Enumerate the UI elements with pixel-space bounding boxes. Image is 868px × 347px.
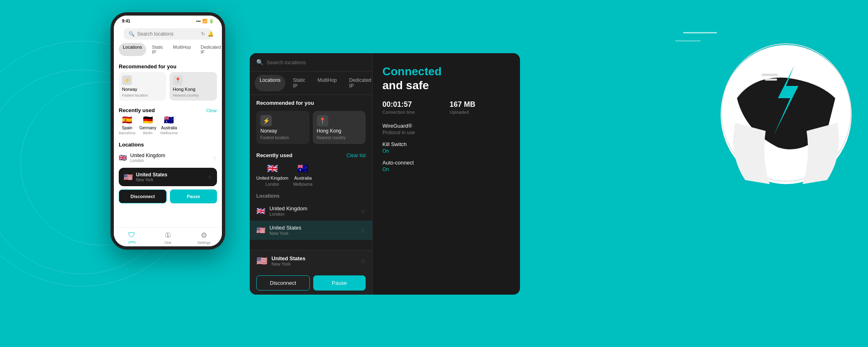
au-name-phone: Australia: [161, 126, 177, 130]
connected-favorite-icon[interactable]: ☆: [360, 258, 366, 264]
phone-recently-germany[interactable]: 🇩🇪 Germany Berlin: [140, 115, 156, 135]
protocol-name: WireGuard®: [382, 123, 510, 129]
kill-switch-info: Kill Switch On: [382, 141, 510, 154]
one-nav-icon: ①: [165, 231, 171, 240]
phone-tab-multihop[interactable]: MultiHop: [169, 43, 195, 56]
phone-disconnect-button[interactable]: Disconnect: [119, 189, 167, 203]
phone-recently-header: Recently used Clear: [119, 105, 217, 115]
phone-tab-dedicated[interactable]: Dedicated IF: [197, 43, 225, 56]
phone-nav-settings[interactable]: ⚙ Settings: [186, 231, 222, 245]
us-info: United States New York: [269, 225, 356, 236]
desktop-panel: 🔍 Locations Static IP MultiHop Dedicated…: [250, 53, 520, 295]
tab-dedicated-ip[interactable]: Dedicated IP: [344, 75, 373, 91]
stats-grid: 00:01:57 Connection time 167 MB Uploaded: [382, 100, 510, 115]
tab-locations[interactable]: Locations: [255, 75, 285, 91]
us-favorite-icon[interactable]: ☆: [360, 227, 366, 234]
phone-tab-static[interactable]: Static IP: [148, 43, 167, 56]
protocol-label: Protocol in use: [382, 130, 510, 135]
auto-connect-name: Auto-connect: [382, 160, 510, 166]
phone-hk-sub: Nearest country: [173, 93, 214, 97]
germany-name: Germany: [140, 126, 156, 130]
phone-refresh-icon[interactable]: ↻: [201, 31, 205, 37]
disconnect-button[interactable]: Disconnect: [256, 275, 310, 291]
phone-norway-name: Norway: [122, 87, 163, 92]
location-item-uk[interactable]: 🇬🇧 United Kingdom London ☆: [250, 201, 372, 221]
signal-icon: ▪▪▪: [196, 19, 201, 23]
au-city-phone: Melbourne: [160, 131, 178, 135]
phone-action-buttons: Disconnect Pause: [119, 189, 217, 203]
uk-favorite-icon[interactable]: ☆: [360, 208, 366, 214]
pause-button[interactable]: Pause: [313, 275, 366, 291]
uk-city-list: London: [269, 212, 356, 216]
phone-rec-hongkong[interactable]: 📍 Hong Kong Nearest country: [170, 72, 217, 101]
phone-outer: 9:41 ▪▪▪ 📶 🔋 🔍 ↻ 🔔 Locations Static IP M…: [111, 12, 225, 250]
us-flag-list: 🇺🇸: [256, 226, 265, 235]
desktop-tabs: Locations Static IP MultiHop Dedicated I…: [250, 72, 372, 95]
settings-nav-icon: ⚙: [201, 231, 207, 240]
phone-locations-title: Locations: [119, 139, 217, 149]
phone-search-bar[interactable]: 🔍 ↻ 🔔: [124, 28, 212, 40]
connected-title-white: and safe: [382, 79, 429, 92]
uk-country: United Kingdom: [269, 205, 356, 212]
connection-time-value: 00:01:57: [382, 100, 443, 109]
phone-recommended-title: Recommended for you: [119, 59, 217, 72]
recently-australia[interactable]: 🇦🇺 Australia Melbourne: [293, 163, 312, 187]
rec-card-hongkong[interactable]: 📍 Hong Kong Nearest country: [313, 111, 366, 144]
connected-title: Connected and safe: [382, 65, 510, 92]
phone-pause-button[interactable]: Pause: [170, 189, 217, 203]
one-nav-label: One: [164, 241, 171, 245]
connected-info: United States New York: [271, 255, 356, 266]
desktop-search-input[interactable]: [267, 59, 366, 65]
recently-uk[interactable]: 🇬🇧 United Kingdom London: [256, 163, 288, 187]
vpn-nav-label: VPN: [128, 240, 136, 244]
wifi-icon: 📶: [202, 19, 207, 23]
phone-nav-vpn[interactable]: 🛡 VPN: [114, 231, 150, 245]
tab-multihop[interactable]: MultiHop: [312, 75, 341, 91]
protocol-info: WireGuard® Protocol in use: [382, 123, 510, 135]
us-city-list: New York: [269, 231, 356, 236]
us-country: United States: [269, 225, 356, 231]
tab-static-ip[interactable]: Static IP: [288, 75, 310, 91]
phone-norway-icon: ⚡: [122, 75, 132, 85]
hongkong-name: Hong Kong: [317, 128, 341, 134]
recommended-section-title: Recommended for you: [250, 95, 372, 108]
phone-recently-spain[interactable]: 🇪🇸 Spain Barcelona: [119, 115, 136, 135]
phone-us-star-active[interactable]: ☆: [208, 174, 212, 180]
phone-status-bar: 9:41 ▪▪▪ 📶 🔋: [114, 16, 222, 25]
phone-bell-icon[interactable]: 🔔: [208, 31, 214, 37]
phone-status-icons: ▪▪▪ 📶 🔋: [196, 19, 214, 23]
recently-header: Recently used Clear list: [250, 149, 372, 161]
clear-list-button[interactable]: Clear list: [346, 153, 366, 158]
phone-loc-uk[interactable]: 🇬🇧 United Kingdom London ☆: [119, 149, 217, 166]
hongkong-icon: 📍: [317, 115, 328, 126]
auto-connect-val: On: [382, 167, 510, 172]
phone-uk-star[interactable]: ☆: [212, 155, 217, 161]
desktop-status-panel: Connected and safe 00:01:57 Connection t…: [373, 53, 520, 295]
kill-switch-name: Kill Switch: [382, 141, 407, 147]
au-name: Australia: [294, 176, 312, 180]
phone-nav-one[interactable]: ① One: [150, 231, 186, 245]
phone-us-flag-active: 🇺🇸: [124, 173, 133, 182]
phone-clear-button[interactable]: Clear: [206, 108, 217, 113]
desktop-search-bar[interactable]: 🔍: [250, 53, 372, 72]
phone-recently-used-row: 🇪🇸 Spain Barcelona 🇩🇪 Germany Berlin 🇦🇺 …: [119, 115, 217, 139]
phone-recently-title: Recently used: [119, 107, 155, 113]
desktop-connected-row: 🇺🇸 United States New York ☆: [250, 250, 372, 271]
phone-recently-australia[interactable]: 🇦🇺 Australia Melbourne: [160, 115, 178, 135]
spain-flag: 🇪🇸: [122, 115, 132, 125]
rec-card-norway[interactable]: ⚡ Norway Fastest location: [256, 111, 310, 144]
germany-flag: 🇩🇪: [143, 115, 153, 125]
uploaded-value: 167 MB: [450, 100, 510, 109]
location-item-us[interactable]: 🇺🇸 United States New York ☆: [250, 221, 372, 240]
uk-info: United Kingdom London: [269, 205, 356, 216]
norway-name: Norway: [260, 128, 277, 134]
germany-city: Berlin: [143, 131, 153, 135]
stat-connection-time: 00:01:57 Connection time: [382, 100, 443, 115]
phone-search-input[interactable]: [137, 31, 199, 37]
uk-flag-list: 🇬🇧: [256, 207, 265, 216]
phone-rec-norway[interactable]: ⚡ Norway Fastest location: [119, 72, 166, 101]
phone-us-country-active: United States: [136, 172, 204, 178]
uk-name: United Kingdom: [256, 176, 288, 180]
spain-city: Barcelona: [119, 131, 136, 135]
phone-tab-locations[interactable]: Locations: [119, 43, 146, 56]
